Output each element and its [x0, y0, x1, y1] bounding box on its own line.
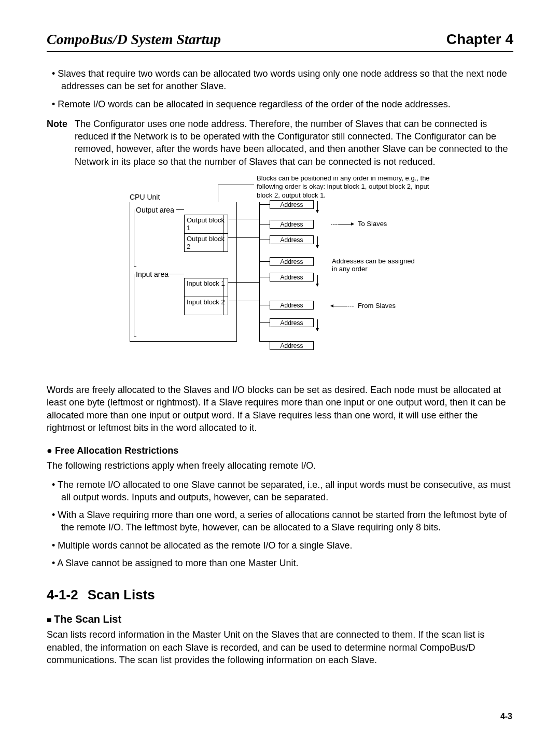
page-number: 4-3: [500, 712, 512, 721]
output-block-1: Output block 1: [184, 215, 228, 233]
dashed-lead: [331, 224, 339, 224]
address-box: Address: [270, 220, 314, 229]
bus-lead: [259, 261, 270, 262]
bracket-tick: [134, 336, 136, 336]
bus-lead: [228, 301, 259, 301]
arrow-right-icon: [339, 224, 354, 224]
header-title-left: CompoBus/D System Startup: [47, 31, 221, 48]
bracket-tick: [176, 209, 184, 210]
bus-lead: [228, 282, 259, 283]
output-area-label: Output area: [136, 206, 174, 214]
subsection-heading: The Scan List: [47, 613, 513, 625]
bus-lead: [259, 305, 270, 305]
bus-lead: [228, 219, 259, 219]
down-arrow-icon: [317, 275, 318, 286]
memory-diagram: Blocks can be positioned in any order in…: [114, 179, 446, 371]
bullet-item: With a Slave requiring more than one wor…: [52, 509, 513, 534]
down-arrow-icon: [317, 201, 318, 213]
section-number: 4-1-2: [47, 587, 78, 602]
bullet-item: A Slave cannot be assigned to more than …: [52, 557, 513, 569]
restrictions-list: The remote I/O allocated to one Slave ca…: [52, 479, 513, 570]
bus-lead: [259, 322, 270, 323]
header-title-right: Chapter 4: [446, 31, 513, 48]
note-block: Note The Configurator uses one node addr…: [47, 118, 513, 168]
arrow-left-icon: [331, 306, 345, 306]
note-label: Note: [47, 118, 75, 168]
input-bracket: [134, 274, 134, 336]
input-block-1: Input block 1: [184, 278, 228, 297]
diagram-top-annotation: Blocks can be positioned in any order in…: [257, 174, 438, 200]
address-box: Address: [270, 318, 314, 327]
bus-lead: [259, 204, 270, 205]
page-header: CompoBus/D System Startup Chapter 4: [47, 31, 513, 52]
bullet-item: Slaves that require two words can be all…: [52, 67, 513, 93]
section-heading: 4-1-2Scan Lists: [47, 587, 513, 603]
address-box: Address: [270, 257, 314, 266]
block-divider: [223, 278, 223, 315]
output-block-2: Output block 2: [184, 233, 228, 252]
bracket-tick: [134, 266, 136, 267]
input-area-label: Input area: [136, 270, 169, 278]
bullet-item: Remote I/O words can be allocated in seq…: [52, 98, 513, 110]
bus-lead: [228, 237, 259, 238]
output-bracket: [134, 209, 134, 266]
address-box: Address: [270, 200, 314, 209]
bus-lead: [259, 277, 270, 277]
down-arrow-icon: [317, 236, 318, 248]
restrictions-intro: The following restrictions apply when fr…: [47, 459, 513, 472]
top-bullets: Slaves that require two words can be all…: [52, 67, 513, 110]
bullet-item: Multiple words cannot be allocated as th…: [52, 539, 513, 552]
address-box: Address: [270, 273, 314, 282]
bullet-item: The remote I/O allocated to one Slave ca…: [52, 479, 513, 504]
dashed-lead: [345, 306, 354, 306]
down-arrow-icon: [317, 319, 318, 331]
bus-lead: [259, 224, 270, 224]
bus-lead: [259, 341, 270, 342]
address-box: Address: [270, 235, 314, 244]
from-slaves-label: From Slaves: [358, 302, 396, 310]
address-box: Address: [270, 341, 314, 350]
annot-leader: [218, 185, 218, 202]
bracket-tick: [169, 274, 184, 274]
after-diagram-paragraph: Words are freely allocated to the Slaves…: [47, 384, 513, 434]
any-order-label: Addresses can be assigned in any order: [332, 257, 420, 273]
block-divider: [223, 215, 223, 252]
bus-vertical: [259, 202, 260, 341]
note-text: The Configurator uses one node address. …: [75, 118, 513, 168]
input-block-2: Input block 2: [184, 297, 228, 315]
restrictions-heading: Free Allocation Restrictions: [47, 445, 513, 456]
scan-list-paragraph: Scan lists record information in the Mas…: [47, 628, 513, 666]
cpu-unit-label: CPU Unit: [130, 193, 160, 201]
address-box: Address: [270, 301, 314, 310]
section-title: Scan Lists: [88, 587, 155, 602]
to-slaves-label: To Slaves: [358, 220, 387, 228]
bus-lead: [259, 240, 270, 240]
